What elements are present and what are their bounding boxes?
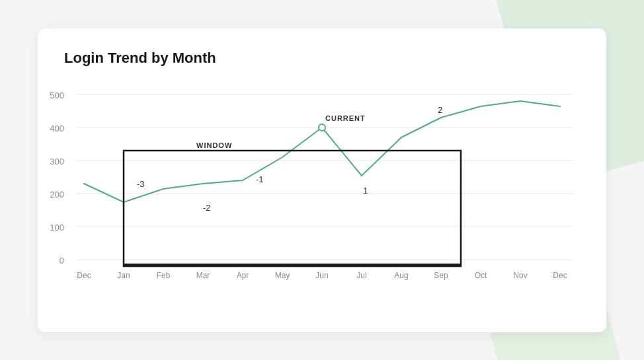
offset-minus2: -2 [203,203,211,213]
chart-line [84,101,560,202]
x-label-mar: Mar [196,271,210,280]
window-label: WINDOW [196,141,232,149]
x-label-nov: Nov [513,271,527,280]
x-label-feb: Feb [157,271,171,280]
chart-card: Login Trend by Month 500 400 300 200 100… [38,28,606,332]
offset-minus3: -3 [137,179,145,189]
x-label-dec1: Dec [77,271,91,280]
y-label-200: 200 [50,190,64,199]
x-label-aug: Aug [394,271,408,280]
y-label-300: 300 [50,157,64,166]
window-bottom-bar [124,264,461,267]
chart-area: 500 400 300 200 100 0 WINDOW CURRENT [64,80,580,318]
offset-1: 1 [363,186,368,196]
x-label-dec2: Dec [553,271,567,280]
window-box [124,151,461,266]
y-label-100: 100 [50,223,64,233]
x-label-jul: Jul [356,271,366,280]
y-label-500: 500 [50,90,64,100]
chart-svg: 500 400 300 200 100 0 WINDOW CURRENT [64,80,580,318]
x-label-sep: Sep [434,271,448,280]
chart-title: Login Trend by Month [64,50,580,67]
x-label-jan: Jan [117,271,130,280]
current-label: CURRENT [325,114,366,122]
y-label-400: 400 [50,124,64,133]
x-label-oct: Oct [475,271,487,280]
current-dot [319,124,325,131]
offset-minus1: -1 [256,174,264,184]
x-label-may: May [275,271,290,280]
x-label-apr: Apr [237,271,249,280]
offset-2: 2 [438,105,442,115]
y-label-0: 0 [60,256,64,266]
x-label-jun: Jun [315,271,328,280]
